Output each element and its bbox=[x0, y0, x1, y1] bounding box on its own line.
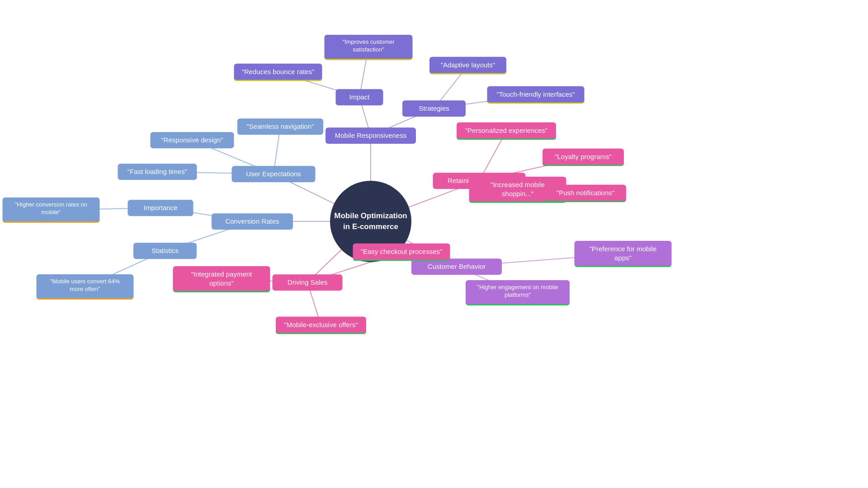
importance[interactable]: Importance bbox=[128, 200, 193, 216]
mobile-exclusive[interactable]: "Mobile-exclusive offers" bbox=[276, 317, 366, 334]
impact[interactable]: Impact bbox=[336, 89, 383, 105]
statistics[interactable]: Statistics bbox=[133, 243, 197, 259]
driving-sales[interactable]: Driving Sales bbox=[273, 274, 343, 291]
push-notifications[interactable]: "Push notifications" bbox=[545, 185, 626, 202]
loyalty-programs[interactable]: "Loyalty programs" bbox=[542, 149, 624, 166]
preference-mobile[interactable]: "Preference for mobile apps" bbox=[575, 241, 672, 267]
center-label: Mobile Optimization in E-commerce bbox=[330, 211, 411, 232]
integrated-payment[interactable]: "Integrated payment options" bbox=[173, 266, 270, 292]
conversion-rates[interactable]: Conversion Rates bbox=[212, 213, 293, 230]
customer-behavior[interactable]: Customer Behavior bbox=[411, 258, 502, 275]
adaptive-layouts[interactable]: "Adaptive layouts" bbox=[429, 57, 506, 75]
touch-friendly[interactable]: "Touch-friendly interfaces" bbox=[487, 86, 585, 104]
fast-loading[interactable]: "Fast loading times" bbox=[118, 164, 197, 180]
reduces-bounce[interactable]: "Reduces bounce rates" bbox=[234, 64, 322, 81]
user-expectations[interactable]: User Expectations bbox=[232, 166, 316, 182]
easy-checkout[interactable]: "Easy checkout processes" bbox=[353, 244, 450, 261]
seamless-nav[interactable]: "Seamless navigation" bbox=[237, 118, 323, 135]
mobile-users-convert[interactable]: "Mobile users convert 64% more often" bbox=[37, 274, 134, 300]
higher-conversion[interactable]: "Higher conversion rates on mobile" bbox=[3, 197, 100, 223]
personalized[interactable]: "Personalized experiences" bbox=[457, 122, 556, 140]
strategies[interactable]: Strategies bbox=[402, 100, 466, 117]
responsive-design[interactable]: "Responsive design" bbox=[151, 132, 234, 148]
mobile-responsiveness[interactable]: Mobile Responsiveness bbox=[326, 127, 416, 144]
higher-engagement[interactable]: "Higher engagement on mobile platforms" bbox=[466, 280, 570, 305]
improves-customer[interactable]: "Improves customer satisfaction" bbox=[325, 35, 413, 60]
